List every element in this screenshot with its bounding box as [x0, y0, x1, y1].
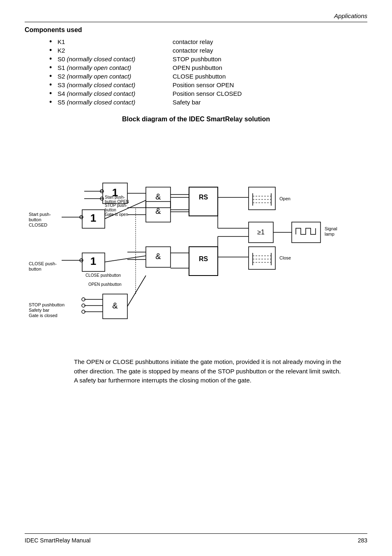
label-start-pb-closed2: button — [29, 217, 42, 222]
component-name: S1 (normally open contact) — [58, 64, 173, 71]
bullet-icon: • — [49, 72, 58, 80]
bullet-icon: • — [49, 46, 58, 54]
label-signal-lamp: Signal — [325, 226, 337, 231]
wire-1mid-to-and3 — [105, 256, 146, 262]
list-item: • K1 contactor relay — [49, 38, 367, 45]
label-start-pb-closed: Start push- — [29, 212, 51, 217]
label-close-pb-under: CLOSE pushbutton — [85, 273, 121, 278]
list-item: • S2 (normally open contact) CLOSE pushb… — [49, 72, 367, 80]
block-1-middle-label: 1 — [90, 255, 96, 267]
page-header: Applications — [25, 12, 367, 22]
label-close-pb: CLOSE push- — [29, 261, 57, 266]
list-item: • S4 (normally closed contact) Position … — [49, 90, 367, 97]
label-close-output: Close — [279, 255, 291, 260]
label-stop-pb2: STOP push- — [105, 203, 127, 208]
and-gate-1-label: & — [155, 192, 161, 201]
label-gate-open: Gate is open — [105, 212, 128, 217]
component-name: S3 (normally closed contact) — [58, 81, 173, 88]
components-title: Components used — [25, 26, 367, 34]
components-list: • K1 contactor relay • K2 contactor rela… — [49, 38, 367, 106]
component-name: K2 — [58, 47, 173, 54]
label-stop-pb: STOP pushbutton — [29, 302, 65, 307]
list-item: • S3 (normally closed contact) Position … — [49, 81, 367, 88]
list-item: • S0 (normally closed contact) STOP push… — [49, 55, 367, 63]
label-open-pb-under: OPEN pushbutton — [88, 282, 122, 287]
label-stop-pb3: button — [105, 208, 116, 212]
list-item: • K2 contactor relay — [49, 46, 367, 54]
bullet-icon: • — [49, 38, 58, 45]
component-desc: OPEN pushbutton — [173, 64, 222, 71]
label-safety-bar: Safety bar — [29, 308, 49, 313]
component-desc: STOP pushbutton — [173, 56, 221, 63]
and-gate-2-label: & — [155, 206, 161, 215]
list-item: • S5 (normally closed contact) Safety ba… — [49, 98, 367, 106]
label-gate-closed: Gate is closed — [29, 313, 58, 318]
label-signal-lamp2: lamp — [325, 232, 334, 236]
rs-ff-2-label: RS — [199, 255, 208, 262]
block-1-left-label: 1 — [90, 212, 96, 224]
component-desc: CLOSE pushbutton — [173, 73, 226, 80]
page-footer: IDEC SmartRelay Manual 283 — [25, 533, 367, 544]
page-number: 283 — [358, 537, 367, 544]
component-name: S4 (normally closed contact) — [58, 90, 173, 97]
label-open-output: Open — [279, 196, 291, 201]
bullet-icon: • — [49, 64, 58, 71]
component-desc: Position sensor OPEN — [173, 81, 234, 88]
footer-left: IDEC SmartRelay Manual — [25, 537, 90, 544]
bullet-icon: • — [49, 98, 58, 106]
label-start-pb-open: Start push- — [105, 195, 125, 199]
bullet-icon: • — [49, 90, 58, 97]
bullet-icon: • — [49, 81, 58, 88]
component-desc: Position sensor CLOSED — [173, 90, 242, 97]
component-desc: contactor relay — [173, 38, 213, 45]
component-desc: contactor relay — [173, 47, 213, 54]
block-diagram-title: Block diagram of the IDEC SmartRelay sol… — [25, 116, 367, 123]
pulse-wave — [296, 228, 316, 234]
rs-flipflop-1 — [189, 187, 218, 216]
component-name: S5 (normally closed contact) — [58, 99, 173, 106]
label-close-pb2: button — [29, 266, 42, 271]
diagram-svg: Start push- button CLOSED CLOSE push- bu… — [25, 130, 367, 348]
list-item: • S1 (normally open contact) OPEN pushbu… — [49, 64, 367, 71]
block-diagram: Start push- button CLOSED CLOSE push- bu… — [25, 130, 367, 348]
component-name: K1 — [58, 38, 173, 45]
or-gate-label: ≥1 — [257, 229, 265, 236]
bullet-icon: • — [49, 55, 58, 63]
and-gate-4-label: & — [112, 301, 118, 310]
component-desc: Safety bar — [173, 99, 201, 106]
description-text: The OPEN or CLOSE pushbuttons initiate t… — [74, 357, 343, 385]
header-title: Applications — [334, 12, 367, 19]
rs-ff-1-label: RS — [199, 194, 208, 201]
wire-and4-out — [127, 276, 146, 306]
component-name: S2 (normally open contact) — [58, 73, 173, 80]
component-name: S0 (normally closed contact) — [58, 56, 173, 63]
label-start-pb-closed3: CLOSED — [29, 222, 47, 227]
and-gate-3-label: & — [155, 252, 161, 261]
